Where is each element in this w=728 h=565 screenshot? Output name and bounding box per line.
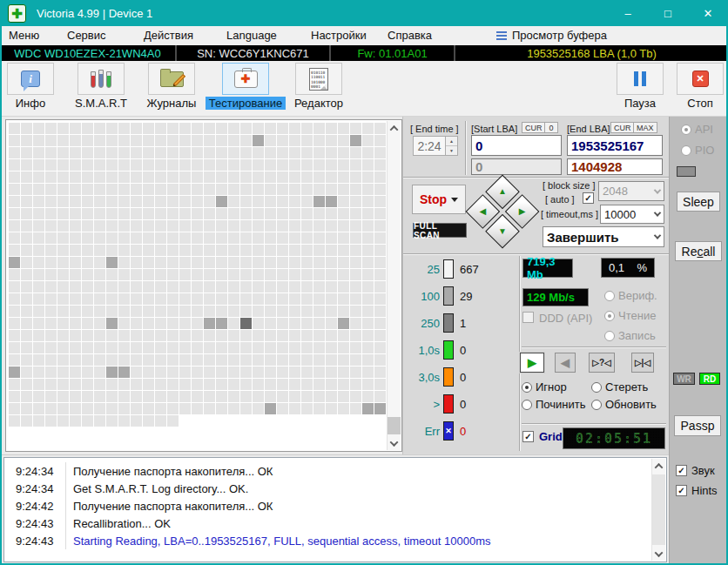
spinner-buttons[interactable]: ▲▼ [445, 137, 457, 155]
bad-block-action-select[interactable]: Завершить [543, 226, 664, 247]
end-lba-max-button[interactable]: MAX [633, 122, 657, 133]
full-scan-button[interactable]: FULL SCAN [413, 223, 467, 238]
hints-checkbox-row[interactable]: ✓ Hints [676, 484, 718, 497]
scan-block [106, 123, 118, 134]
radio-remap[interactable]: Починить [522, 398, 591, 411]
buffer-view-button[interactable]: Просмотр буфера [496, 29, 607, 42]
maximize-button[interactable]: □ [648, 0, 688, 26]
scan-block [338, 403, 349, 414]
scan-block [57, 147, 69, 158]
scan-block [362, 281, 374, 293]
scan-block [192, 293, 203, 305]
legend-label: Err [407, 425, 440, 438]
scan-block [118, 415, 130, 427]
scan-block [155, 269, 166, 280]
toolbar-info-button[interactable]: i Инфо [6, 63, 55, 110]
scan-block [33, 159, 44, 171]
titlebar: ✚ Victoria 4.99 | Device 1 – □ ✕ [0, 0, 728, 26]
toolbar-logs-button[interactable]: Журналы [145, 63, 199, 110]
start-lba-zero-button[interactable]: 0 [544, 122, 558, 133]
buffer-view-label: Просмотр буфера [512, 29, 607, 42]
menu-item[interactable]: Справка [388, 29, 432, 42]
menu-item[interactable]: Настройки [311, 29, 367, 42]
sleep-button[interactable]: Sleep [677, 192, 720, 212]
scan-block [326, 172, 337, 183]
test-tubes-icon [91, 70, 111, 88]
mode-random-button[interactable]: ▷?◁ [589, 353, 615, 373]
scan-block [350, 281, 361, 293]
scan-block [374, 196, 386, 207]
scroll-up-icon[interactable] [388, 121, 401, 135]
scan-block [350, 123, 361, 134]
scan-block [94, 232, 105, 244]
end-lba-input[interactable]: 1953525167 [567, 135, 663, 156]
stop-dropdown-button[interactable]: Stop [412, 185, 466, 214]
passport-button[interactable]: Passp [674, 415, 721, 436]
scan-block [289, 257, 300, 268]
mode-linear-button[interactable]: ▶ [520, 353, 544, 373]
scan-block [192, 269, 203, 280]
minimize-button[interactable]: – [608, 0, 648, 26]
scan-block [253, 318, 264, 329]
toolbar-testing-button[interactable]: ✚ Тестирование [204, 63, 287, 110]
scan-block [350, 232, 361, 244]
scan-block [289, 318, 300, 329]
mode-butterfly-button[interactable]: ▷|◁ [631, 353, 654, 373]
spin-up-icon[interactable]: ▲ [446, 137, 457, 146]
menu-item[interactable]: Действия [144, 29, 193, 42]
start-lba-input[interactable]: 0 [471, 135, 562, 156]
scan-block [228, 367, 239, 378]
end-lba-cur-button[interactable]: CUR [610, 122, 635, 133]
scan-block [33, 415, 44, 427]
sound-checkbox-row[interactable]: ✓ Звук [676, 464, 715, 477]
mode-reverse-button[interactable]: ◀ [555, 353, 576, 373]
menu-item[interactable]: Language [226, 29, 277, 42]
sound-checkbox[interactable]: ✓ [676, 465, 687, 476]
scrollbar-thumb[interactable] [652, 474, 665, 545]
scan-block [9, 269, 20, 280]
scan-block [216, 220, 227, 232]
menu-item[interactable]: Меню [9, 29, 39, 42]
close-button[interactable]: ✕ [688, 0, 728, 26]
scan-block [265, 403, 276, 414]
scrollbar-thumb[interactable] [388, 417, 401, 434]
start-lba-cur-button[interactable]: CUR [522, 122, 546, 133]
radio-ignore[interactable]: Игнор [522, 380, 591, 393]
stop-scan-button[interactable]: ✕ Стоп [676, 63, 725, 110]
hints-checkbox[interactable]: ✓ [676, 485, 687, 496]
auto-checkbox[interactable]: ✓ [583, 192, 594, 204]
log-scrollbar[interactable] [651, 459, 665, 561]
timeout-select[interactable]: 10000 [600, 205, 664, 224]
radio-refresh[interactable]: Обновить [591, 398, 657, 411]
recall-button[interactable]: Recall [675, 241, 722, 261]
pause-button[interactable]: Пауза [616, 63, 664, 110]
scroll-down-icon[interactable] [652, 547, 665, 561]
spin-down-icon[interactable]: ▼ [446, 146, 457, 155]
scan-block [338, 196, 349, 207]
scan-block [21, 257, 32, 268]
scan-block [57, 232, 69, 244]
scroll-down-icon[interactable] [388, 436, 401, 450]
grid-checkbox[interactable]: ✓ [522, 431, 534, 442]
end-lba-secondary-input[interactable]: 1404928 [567, 158, 663, 175]
scan-block [326, 379, 337, 390]
scan-block [9, 257, 20, 268]
scroll-up-icon[interactable] [652, 459, 665, 473]
map-scrollbar[interactable] [387, 121, 401, 450]
menu-item[interactable]: Сервис [67, 29, 106, 42]
scan-block [265, 208, 276, 219]
radio-erase[interactable]: Стереть [591, 380, 657, 393]
scan-block [45, 147, 57, 158]
end-time-spinner[interactable]: 2:24 ▲▼ [413, 136, 458, 156]
toolbar-editor-button[interactable]: 010110 110011 101000 0001 Редактор [289, 63, 348, 110]
toolbar-smart-button[interactable]: S.M.A.R.T [71, 63, 131, 110]
scan-block [326, 135, 337, 146]
radio-pio: PIO [681, 144, 714, 157]
scan-block [289, 281, 300, 293]
scan-block [192, 220, 203, 232]
scan-block [57, 293, 69, 305]
scan-block [131, 147, 142, 158]
scan-block [33, 318, 44, 329]
scan-block [265, 330, 276, 341]
scan-block [45, 318, 57, 329]
